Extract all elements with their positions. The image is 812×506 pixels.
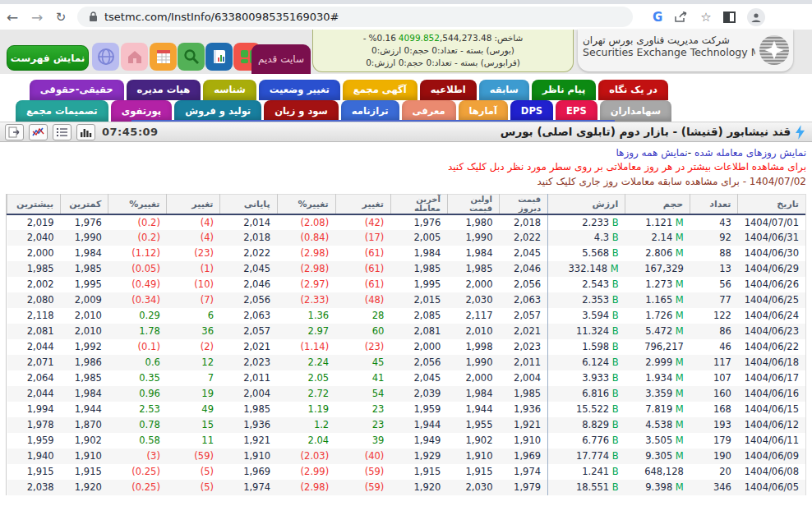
col-header-count[interactable]: تعداد [690, 195, 738, 214]
table-row-1404/06/16[interactable]: 1404/06/161603.359 M6.816 B1,9851,9842,0… [7, 386, 806, 402]
table-row-1404/06/25[interactable]: 1404/06/25771.165 M2.353 B2,0632,0302,01… [7, 292, 806, 308]
col-header-max[interactable]: بیشترین [7, 195, 61, 214]
index-value-green: 4099.852 [399, 33, 440, 43]
cell-first: 2,117 [447, 308, 499, 324]
sidebar-icon[interactable] [723, 12, 736, 23]
index-value-rest: ,544,273.48 [440, 33, 491, 43]
old-site-tab[interactable]: سایت قدیم [251, 44, 311, 74]
col-header-volume[interactable]: حجم [625, 195, 690, 214]
google-icon[interactable]: G [653, 10, 662, 25]
chart-icon[interactable] [29, 124, 48, 140]
table-row-1404/06/30[interactable]: 1404/06/30882.806 M5.568 B2,0451,9841,98… [7, 246, 806, 261]
bookmark-star-icon[interactable]: ☆ [700, 10, 711, 25]
cell-value: 5.568 B [548, 246, 625, 261]
nav-tab-سابقه[interactable]: سابقه [479, 80, 529, 100]
table-row-1404/06/22[interactable]: 1404/06/2246796,2171.598 B2,0231,9982,00… [7, 339, 806, 355]
histogram-icon[interactable] [76, 124, 95, 140]
cell-volume: 167,329 [625, 261, 690, 277]
cell-date: 1404/06/12 [738, 417, 805, 433]
table-row-1404/06/11[interactable]: 1404/06/111793.505 M6.776 B1,9101,9021,9… [7, 433, 806, 448]
col-header-change2[interactable]: تغییر [167, 195, 220, 214]
double-click-notice: برای مشاهده اطلاعات بیشتر در هر روز معام… [6, 161, 806, 176]
col-header-yesterday[interactable]: قیمتدیروز [499, 195, 547, 214]
table-row-1404/06/26[interactable]: 1404/06/26561.273 M2.543 B2,0562,0001,99… [7, 277, 806, 292]
table-row-1404/06/31[interactable]: 1404/06/31922.14 M4.3 B2,0221,9902,005(1… [7, 230, 806, 246]
address-bar[interactable]: tsetmc.com/InstInfo/63380098535169030# [77, 7, 633, 27]
forward-icon[interactable]: → [25, 9, 49, 25]
cell-close: 1,936 [220, 417, 277, 433]
col-header-pct2[interactable]: %تغییر [108, 195, 167, 214]
cell-close: 2,023 [220, 355, 277, 370]
col-header-close[interactable]: پایانی [220, 195, 277, 214]
nav-tab-تصمیمات مجمع[interactable]: تصمیمات مجمع [16, 100, 108, 122]
col-header-last[interactable]: آخرینمعامله [390, 195, 447, 214]
cell-date: 1404/06/16 [738, 386, 805, 402]
nav-tab-اطلاعیه[interactable]: اطلاعیه [420, 80, 477, 100]
all-days-link[interactable]: نمایش همه روزها [616, 147, 687, 159]
show-list-button[interactable]: نمایش فهرست [7, 45, 89, 71]
nav-tab-پورتفوی[interactable]: پورتفوی [111, 100, 173, 122]
today-history-link[interactable]: 1404/07/02 - برای مشاهده سابقه معاملات ر… [6, 176, 806, 191]
search-icon[interactable] [178, 43, 205, 71]
globe-icon[interactable] [92, 43, 119, 71]
cell-first: 1,990 [447, 355, 499, 370]
nav-tab-پیام ناظر[interactable]: پیام ناظر [532, 80, 596, 100]
nav-tab-شناسه[interactable]: شناسه [203, 80, 256, 100]
back-icon[interactable]: ← [0, 9, 25, 25]
table-row-1404/06/12[interactable]: 1404/06/121934.538 M8.829 B1,9211,9551,9… [7, 417, 806, 433]
nav-tab-در یک نگاه[interactable]: در یک نگاه [598, 80, 668, 100]
cell-value: 6.776 B [548, 433, 625, 448]
table-row-1404/06/23[interactable]: 1404/06/23865.472 M11.324 B2,0212,0102,0… [7, 324, 806, 339]
index-label: شاخص: [494, 32, 523, 44]
table-row-1404/06/05[interactable]: 1404/06/053469.398 M18.551 B1,9792,0301,… [7, 480, 806, 495]
col-header-min[interactable]: کمترین [61, 195, 108, 214]
cell-value: 15.522 B [548, 402, 625, 417]
table-row-1404/06/29[interactable]: 1404/06/2913167,329332.148 M2,0461,9851,… [7, 261, 806, 277]
nav-tab-ترازنامه[interactable]: ترازنامه [341, 100, 399, 122]
nav-tab-آمارها[interactable]: آمارها [459, 100, 508, 122]
home-icon[interactable] [121, 43, 148, 71]
table-icon[interactable] [150, 43, 177, 71]
cell-first: 1,984 [447, 246, 499, 261]
col-header-date[interactable]: تاریخ [738, 195, 805, 214]
cell-change2: 19 [167, 386, 220, 402]
cell-pct: 2.05 [277, 370, 335, 386]
col-header-value[interactable]: ارزش [548, 195, 625, 214]
nav-tab-EPS[interactable]: EPS [556, 100, 597, 122]
reload-icon[interactable]: ↻ [49, 10, 72, 25]
table-row-1404/06/15[interactable]: 1404/06/151687.819 M15.522 B1,9361,9441,… [7, 402, 806, 417]
list-icon[interactable] [53, 124, 72, 140]
nav-tab-تغییر وضعیت[interactable]: تغییر وضعیت [259, 80, 340, 100]
table-row-1404/06/09[interactable]: 1404/06/091909.305 M17.774 B1,9691,9101,… [7, 448, 806, 464]
cell-volume: 9.305 M [625, 448, 690, 464]
col-header-first[interactable]: اولینقیمت [447, 195, 499, 214]
index-line: شاخص: 4099.852,544,273.48 %0.16 - [321, 32, 565, 44]
tsetmc-page: ← → ↻ tsetmc.com/InstInfo/63380098535169… [0, 0, 812, 506]
table-row-1404/06/08[interactable]: 1404/06/0820648,1281.241 B1,9741,9151,91… [7, 464, 806, 480]
col-header-change[interactable]: تغییر [335, 195, 390, 214]
col-header-pct[interactable]: %تغییر [277, 195, 335, 214]
cell-count: 193 [690, 417, 738, 433]
profile-avatar-icon[interactable] [747, 8, 765, 26]
nav-tab-آگهی مجمع[interactable]: آگهی مجمع [343, 80, 418, 100]
book-report-icon[interactable] [205, 43, 233, 71]
nav-tab-معرفی[interactable]: معرفی [402, 100, 456, 122]
table-row-1404/06/18[interactable]: 1404/06/181172.999 M6.124 B2,0111,9902,0… [7, 355, 806, 370]
traded-days-link[interactable]: نمایش روزهای معامله شده [694, 147, 806, 159]
cell-close: 2,022 [220, 246, 277, 261]
cell-count: 56 [690, 277, 738, 292]
share-icon[interactable] [674, 12, 689, 23]
table-row-1404/06/17[interactable]: 1404/06/171071.934 M3.933 B2,0042,0002,0… [7, 370, 806, 386]
nav-tab-سود و زیان[interactable]: سود و زیان [264, 100, 339, 122]
nav-tab-تولید و فروش[interactable]: تولید و فروش [174, 100, 261, 122]
export-page-icon[interactable] [5, 124, 24, 140]
nav-tab-حقیقی-حقوقی[interactable]: حقیقی-حقوقی [30, 80, 124, 100]
table-row-1404/07/01[interactable]: 1404/07/01431.121 M2.233 B2,0181,9801,97… [7, 214, 806, 230]
cell-change2: (10) [167, 277, 220, 292]
cell-count: 160 [690, 386, 738, 402]
table-row-1404/06/24[interactable]: 1404/06/241221.726 M3.594 B2,0572,1172,0… [7, 308, 806, 324]
nav-tab-هیات مدیره[interactable]: هیات مدیره [127, 80, 201, 100]
nav-tab-سهامداران[interactable]: سهامداران [600, 100, 671, 122]
cell-value: 2.233 B [548, 214, 625, 230]
nav-tab-DPS[interactable]: DPS [510, 100, 553, 122]
